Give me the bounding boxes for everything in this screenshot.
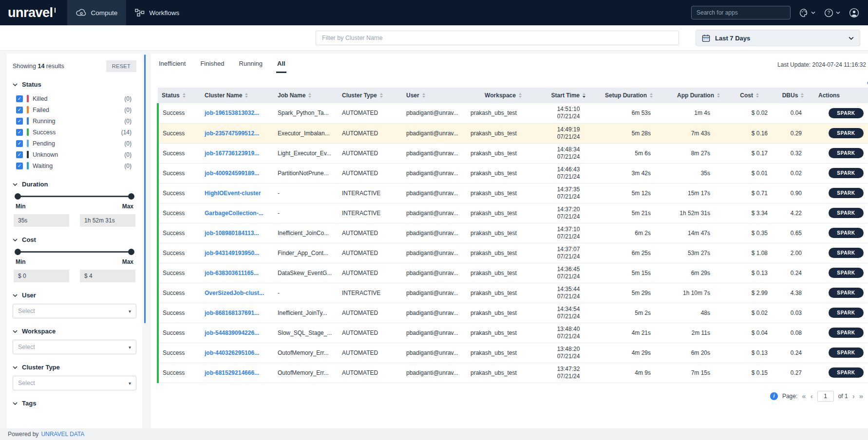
tab[interactable]: Finished (199, 55, 225, 73)
cost-max-handle[interactable] (128, 249, 134, 255)
status-filter-item[interactable]: ✓ Killed (0) (13, 93, 136, 104)
status-filter-item[interactable]: ✓ Pending (0) (13, 138, 136, 149)
cluster-name-link[interactable]: job-638303611165... (205, 270, 259, 276)
table-row[interactable]: Success GarbageCollection-... - INTERACT… (158, 203, 868, 223)
spark-action-button[interactable]: SPARK (829, 128, 863, 138)
cost-min-handle[interactable] (15, 249, 21, 255)
table-row[interactable]: Success OverSizedJob-clust... - INTERACT… (158, 283, 868, 303)
cluster-name-link[interactable]: job-400924599189... (205, 170, 259, 177)
tags-section-header[interactable]: Tags (13, 400, 136, 407)
table-row[interactable]: Success HighIOEvent-cluster - INTERACTIV… (158, 183, 868, 203)
cost-min-input[interactable] (14, 270, 69, 282)
column-header[interactable]: Cluster Name (201, 88, 274, 103)
cluster-name-link[interactable]: job-868168137691... (205, 310, 259, 316)
spark-action-button[interactable]: SPARK (829, 288, 863, 298)
next-page-button[interactable]: › (852, 392, 855, 400)
column-header[interactable]: Workspace (467, 88, 540, 103)
unravel-data-link[interactable]: UNRAVEL DATA (41, 431, 84, 438)
status-filter-item[interactable]: ✓ Failed (0) (13, 104, 136, 115)
duration-section-header[interactable]: Duration (13, 181, 136, 188)
cluster-name-link[interactable]: job-440326295106... (205, 349, 259, 356)
unravel-logo[interactable]: unravel (8, 5, 56, 20)
status-checkbox[interactable]: ✓ (16, 95, 23, 102)
cluster-type-select[interactable]: Select ▾ (13, 376, 136, 390)
workspace-select[interactable]: Select ▾ (13, 340, 136, 354)
table-row[interactable]: Success job-440326295106... OutofMemory_… (158, 343, 868, 363)
info-icon[interactable]: i (770, 392, 778, 400)
cluster-name-link[interactable]: job-167736123919... (205, 150, 259, 157)
spark-action-button[interactable]: SPARK (829, 268, 863, 278)
duration-min-handle[interactable] (15, 193, 21, 200)
cluster-name-link[interactable]: GarbageCollection-... (205, 210, 264, 217)
spark-action-button[interactable]: SPARK (829, 188, 863, 198)
table-row[interactable]: Success job-943149193950... Finder_App_C… (158, 243, 868, 263)
table-row[interactable]: Success job-681529214666... OutofMemory_… (158, 363, 868, 383)
spark-action-button[interactable]: SPARK (829, 248, 863, 258)
spark-action-button[interactable]: SPARK (829, 367, 863, 378)
table-row[interactable]: Success job-196153813032... Spark_Python… (158, 103, 868, 123)
duration-max-handle[interactable] (128, 193, 134, 200)
tab[interactable]: All (276, 55, 286, 73)
table-row[interactable]: Success job-235747599512... Executor_Imb… (158, 123, 868, 143)
column-header[interactable]: Actions (814, 88, 868, 103)
column-header[interactable]: Setup Duration (597, 88, 664, 103)
column-header[interactable]: Cluster Type (338, 88, 402, 103)
nav-item-compute[interactable]: Compute (67, 0, 127, 25)
status-filter-item[interactable]: ✓ Success (14) (13, 127, 136, 138)
workspace-section-header[interactable]: Workspace (13, 328, 136, 335)
cluster-name-link[interactable]: OverSizedJob-clust... (205, 290, 264, 296)
user-section-header[interactable]: User (13, 292, 136, 299)
duration-min-input[interactable] (14, 214, 69, 227)
prev-page-button[interactable]: ‹ (811, 392, 813, 400)
apps-search-input[interactable] (691, 6, 791, 19)
spark-action-button[interactable]: SPARK (829, 228, 863, 238)
column-header[interactable]: User (402, 88, 467, 103)
first-page-button[interactable]: « (802, 392, 806, 400)
status-filter-item[interactable]: ✓ Unknown (0) (13, 149, 136, 160)
cluster-name-link[interactable]: job-544839094226... (205, 330, 259, 336)
last-page-button[interactable]: » (859, 392, 863, 400)
table-row[interactable]: Success job-400924599189... PartitionNot… (158, 163, 868, 183)
nav-item-workflows[interactable]: Workflows (126, 0, 188, 25)
cost-section-header[interactable]: Cost (13, 236, 136, 243)
spark-action-button[interactable]: SPARK (829, 208, 863, 218)
status-checkbox[interactable]: ✓ (16, 118, 23, 125)
column-header[interactable]: App Duration (664, 88, 724, 103)
tab[interactable]: Running (238, 55, 264, 73)
status-checkbox[interactable]: ✓ (16, 140, 23, 147)
status-checkbox[interactable]: ✓ (16, 163, 23, 169)
cost-slider[interactable] (16, 248, 133, 255)
spark-action-button[interactable]: SPARK (829, 348, 863, 358)
status-filter-item[interactable]: ✓ Waiting (0) (13, 160, 136, 171)
page-number-input[interactable] (817, 391, 834, 402)
duration-slider[interactable] (16, 193, 133, 200)
spark-action-button[interactable]: SPARK (829, 148, 863, 158)
cluster-name-link[interactable]: job-108980184113... (205, 230, 259, 237)
spark-action-button[interactable]: SPARK (829, 328, 863, 338)
status-section-header[interactable]: Status (13, 81, 136, 88)
column-header[interactable]: Start Time (540, 88, 597, 103)
cluster-name-link[interactable]: job-681529214666... (205, 369, 259, 376)
reset-filters-button[interactable]: RESET (106, 60, 136, 72)
status-checkbox[interactable]: ✓ (16, 151, 23, 158)
column-header[interactable]: Job Name (274, 88, 338, 103)
column-header[interactable]: DBUs (772, 88, 814, 103)
user-select[interactable]: Select ▾ (13, 304, 136, 318)
help-menu-button[interactable]: ? (824, 8, 840, 18)
table-row[interactable]: Success job-108980184113... Inefficient_… (158, 223, 868, 243)
table-row[interactable]: Success job-638303611165... DataSkew_Eve… (158, 263, 868, 283)
user-menu-button[interactable] (849, 8, 859, 18)
column-header[interactable]: Status (158, 88, 201, 103)
spark-action-button[interactable]: SPARK (829, 308, 863, 318)
cost-max-input[interactable] (80, 270, 135, 282)
column-header[interactable]: Cost (724, 88, 772, 103)
duration-max-input[interactable] (80, 214, 135, 227)
table-row[interactable]: Success job-167736123919... Light_Execut… (158, 143, 868, 163)
cluster-name-link[interactable]: HighIOEvent-cluster (205, 190, 261, 197)
sidebar-scrollbar[interactable] (144, 55, 146, 323)
spark-action-button[interactable]: SPARK (829, 108, 863, 118)
theme-menu-button[interactable] (799, 8, 815, 18)
cluster-name-link[interactable]: job-943149193950... (205, 250, 259, 257)
table-row[interactable]: Success job-868168137691... Inefficient_… (158, 303, 868, 323)
table-row[interactable]: Success job-544839094226... Slow_SQL_Sta… (158, 323, 868, 343)
